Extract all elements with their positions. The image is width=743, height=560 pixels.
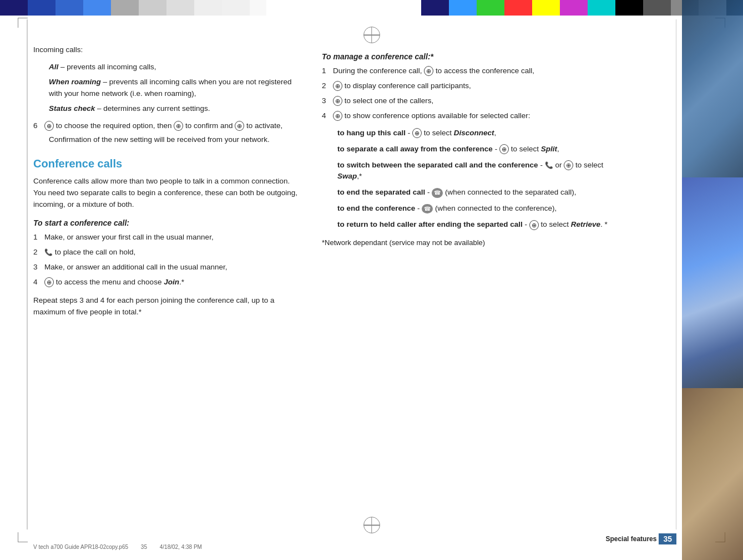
swap-label: Swap — [337, 172, 357, 180]
confirmation-text: Confirmation of the new setting will be … — [49, 134, 300, 146]
bar-seg-r6 — [560, 0, 588, 16]
nav-icon-m4: ⊕ — [333, 111, 342, 121]
nav-icon-6c: ⊕ — [235, 121, 244, 131]
bar-seg-6 — [139, 0, 166, 16]
list-item-6: 6 ⊕ to choose the required option, then … — [33, 120, 300, 132]
manage-step-num-2: 2 — [322, 80, 333, 92]
phone-icon-step2: 📞 — [44, 247, 53, 258]
bar-seg-4 — [83, 0, 111, 16]
option-end-conference: to end the conference - ☎ (when connecte… — [337, 203, 610, 215]
start-conference-heading: To start a conference call: — [33, 218, 300, 227]
right-img-top — [682, 0, 743, 177]
conference-calls-heading: Conference calls — [33, 157, 300, 170]
status-check-label: Status check – determines any current se… — [49, 104, 210, 113]
status-check-option: Status check – determines any current se… — [49, 103, 300, 115]
step-num-3: 3 — [33, 262, 44, 273]
all-label: All – prevents all incoming calls, — [49, 63, 156, 71]
list-content-6: ⊕ to choose the required option, then ⊕ … — [44, 120, 300, 132]
step-num-4: 4 — [33, 277, 44, 288]
item6-text2: to confirm and — [185, 121, 235, 130]
right-column: To manage a conference call:* 1 During t… — [322, 44, 677, 323]
conference-calls-body: Conference calls allow more than two peo… — [33, 176, 300, 211]
manage-step-3: 3 ⊕ to select one of the callers, — [322, 95, 610, 107]
top-color-bar — [0, 0, 743, 16]
phone-icon-swap: 📞 — [545, 160, 553, 171]
option-end-conference-label: to end the conference — [337, 204, 415, 212]
nav-icon-hangup: ⊕ — [412, 128, 422, 138]
bar-seg-r7 — [588, 0, 615, 16]
crosshair-bottom — [363, 517, 380, 533]
option-hang-up-detail: - — [408, 129, 412, 137]
swap-suffix: ,* — [357, 172, 362, 180]
nav-icon-swap: ⊕ — [564, 160, 573, 170]
nav-icon-separate: ⊕ — [499, 144, 509, 154]
bar-seg-r5 — [532, 0, 560, 16]
bar-seg-8 — [194, 0, 222, 16]
bar-seg-r8 — [615, 0, 643, 16]
right-img-mid — [682, 177, 743, 388]
manage-step-content-4: ⊕ to show conference options available f… — [333, 110, 610, 122]
footer-left-text: V tech a700 Guide APR18-02copy.p65 35 4/… — [33, 544, 202, 550]
item6-text3: to activate, — [246, 121, 282, 130]
when-roaming-label: When roaming – prevents all incoming cal… — [49, 78, 291, 98]
split-label: Split — [541, 145, 557, 153]
nav-icon-6b: ⊕ — [174, 121, 183, 131]
option-separate: to separate a call away from the confere… — [337, 144, 610, 155]
right-image-area — [682, 0, 743, 560]
end-call-icon-2: ☎ — [422, 204, 433, 214]
main-content: Incoming calls: All – prevents all incom… — [33, 44, 677, 323]
manage-step-content-2: ⊕ to display conference call participant… — [333, 80, 610, 92]
end-call-icon-1: ☎ — [432, 188, 443, 198]
special-features-label: Special features — [605, 535, 656, 543]
step-num-1: 1 — [33, 232, 44, 243]
nav-icon-m1: ⊕ — [424, 66, 433, 76]
step-content-3: Make, or answer an additional call in th… — [44, 262, 300, 273]
bar-seg-r2 — [449, 0, 477, 16]
start-step-1: 1 Make, or answer your first call in the… — [33, 232, 300, 243]
bar-seg-9 — [222, 0, 250, 16]
repeat-text: Repeat steps 3 and 4 for each person joi… — [33, 295, 300, 318]
split-suffix: , — [557, 145, 559, 153]
when-roaming-option: When roaming – prevents all incoming cal… — [49, 77, 300, 100]
nav-icon-m3: ⊕ — [333, 96, 342, 106]
option-hang-up-label: to hang up this call — [337, 129, 406, 137]
manage-step-4: 4 ⊕ to show conference options available… — [322, 110, 610, 122]
retrieve-suffix: . * — [600, 220, 608, 228]
top-bar-left — [0, 0, 322, 16]
option-return-held: to return to held caller after ending th… — [337, 219, 610, 231]
step-num-2: 2 — [33, 247, 44, 258]
nav-icon-retrieve: ⊕ — [529, 220, 539, 230]
manage-step-1: 1 During the conference call, ⊕ to acces… — [322, 65, 610, 77]
corner-mark-bl — [18, 532, 28, 542]
nav-icon-step4: ⊕ — [44, 277, 54, 287]
bar-seg-10 — [250, 0, 266, 16]
option-separate-label: to separate a call away from the confere… — [337, 145, 493, 153]
manage-step-2: 2 ⊕ to display conference call participa… — [322, 80, 610, 92]
all-option: All – prevents all incoming calls, — [49, 62, 300, 73]
left-column: Incoming calls: All – prevents all incom… — [33, 44, 300, 323]
right-img-bot — [682, 388, 743, 560]
bar-seg-1 — [0, 0, 28, 16]
left-border-line — [27, 19, 28, 530]
bar-seg-2 — [28, 0, 55, 16]
option-switch-label: to switch between the separated call and… — [337, 161, 538, 169]
manage-step-content-1: During the conference call, ⊕ to access … — [333, 65, 610, 77]
start-step-2: 2 📞 to place the call on hold, — [33, 247, 300, 258]
crosshair-top — [363, 27, 380, 43]
bar-seg-3 — [55, 0, 83, 16]
disconnect-suffix: , — [494, 129, 497, 137]
manage-step-num-4: 4 — [322, 110, 333, 122]
option-end-separated: to end the separated call - ☎ (when conn… — [337, 187, 610, 198]
option-return-held-label: to return to held caller after ending th… — [337, 220, 523, 228]
item6-text: to choose the required option, then — [56, 121, 174, 130]
disconnect-label: Disconnect — [454, 129, 494, 137]
nav-icon-m2: ⊕ — [333, 81, 342, 91]
bar-seg-7 — [166, 0, 194, 16]
manage-step-num-1: 1 — [322, 65, 333, 77]
manage-step-num-3: 3 — [322, 95, 333, 107]
bar-seg-5 — [111, 0, 139, 16]
bar-seg-r1 — [421, 0, 449, 16]
option-hang-up: to hang up this call - ⊕ to select Disco… — [337, 128, 610, 139]
step-content-1: Make, or answer your first call in the u… — [44, 232, 300, 243]
page-number: 35 — [659, 533, 676, 544]
